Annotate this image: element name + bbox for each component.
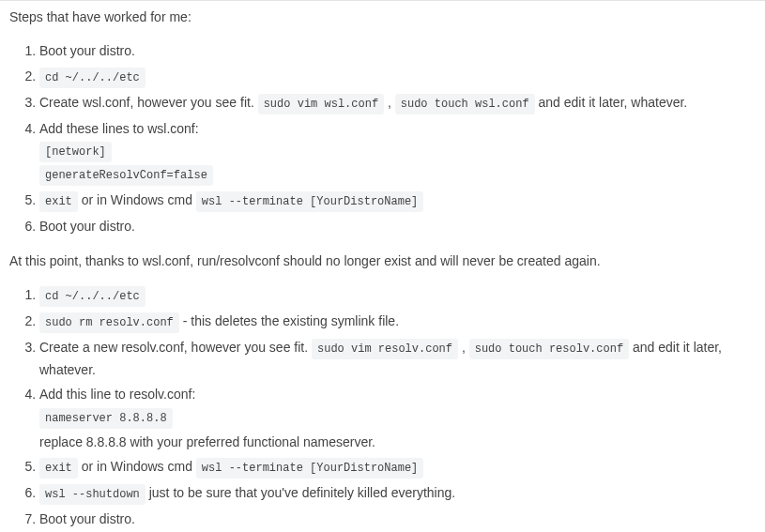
code-inline: sudo vim wsl.conf	[258, 94, 384, 114]
text: ,	[384, 95, 395, 110]
text: or in Windows cmd	[78, 192, 196, 207]
list-item: Add these lines to wsl.conf: [network] g…	[39, 118, 756, 186]
list-item: Boot your distro.	[39, 216, 756, 236]
code-inline: wsl --shutdown	[39, 484, 145, 505]
text: ,	[458, 340, 469, 355]
list-item: sudo rm resolv.conf - this deletes the e…	[39, 311, 756, 333]
code-inline: wsl --terminate [YourDistroName]	[196, 191, 423, 212]
code-inline: sudo touch resolv.conf	[469, 339, 629, 359]
text: Add this line to resolv.conf:	[39, 387, 195, 402]
code-block: [network]	[39, 142, 112, 162]
list-item: Create wsl.conf, however you see fit. su…	[39, 92, 756, 114]
list-item: Create a new resolv.conf, however you se…	[39, 337, 756, 380]
text: Add these lines to wsl.conf:	[39, 121, 199, 136]
list-item: cd ~/../../etc	[39, 284, 756, 307]
steps-list-1: Boot your distro. cd ~/../../etc Create …	[9, 40, 756, 236]
intro-text: Steps that have worked for me:	[9, 7, 756, 27]
text: or in Windows cmd	[78, 459, 196, 474]
code-inline: sudo vim resolv.conf	[312, 339, 458, 359]
list-item: cd ~/../../etc	[39, 66, 756, 88]
list-item: Boot your distro.	[39, 40, 756, 61]
text: Create a new resolv.conf, however you se…	[39, 340, 312, 355]
code-inline: exit	[39, 458, 78, 479]
code-inline: cd ~/../../etc	[39, 286, 145, 307]
text: - this deletes the existing symlink file…	[179, 313, 399, 328]
text: and edit it later, whatever.	[535, 95, 688, 110]
code-inline: exit	[39, 191, 78, 212]
code-inline: cd ~/../../etc	[39, 68, 145, 88]
middle-text: At this point, thanks to wsl.conf, run/r…	[9, 251, 756, 271]
list-item: Boot your distro.	[39, 509, 756, 529]
text: just to be sure that you've definitely k…	[145, 485, 455, 500]
list-item: Add this line to resolv.conf: nameserver…	[39, 384, 756, 452]
code-inline: wsl --terminate [YourDistroName]	[196, 458, 423, 479]
code-inline: sudo touch wsl.conf	[395, 94, 535, 114]
code-block: generateResolvConf=false	[39, 165, 213, 186]
text: Create wsl.conf, however you see fit.	[39, 95, 258, 110]
steps-list-2: cd ~/../../etc sudo rm resolv.conf - thi…	[9, 284, 756, 532]
list-item: exit or in Windows cmd wsl --terminate […	[39, 456, 756, 479]
list-item: wsl --shutdown just to be sure that you'…	[39, 482, 756, 505]
code-block: nameserver 8.8.8.8	[39, 408, 173, 429]
list-item: exit or in Windows cmd wsl --terminate […	[39, 190, 756, 212]
code-inline: sudo rm resolv.conf	[39, 312, 179, 333]
text: replace 8.8.8.8 with your preferred func…	[39, 432, 756, 452]
document-content: Steps that have worked for me: Boot your…	[0, 0, 765, 532]
